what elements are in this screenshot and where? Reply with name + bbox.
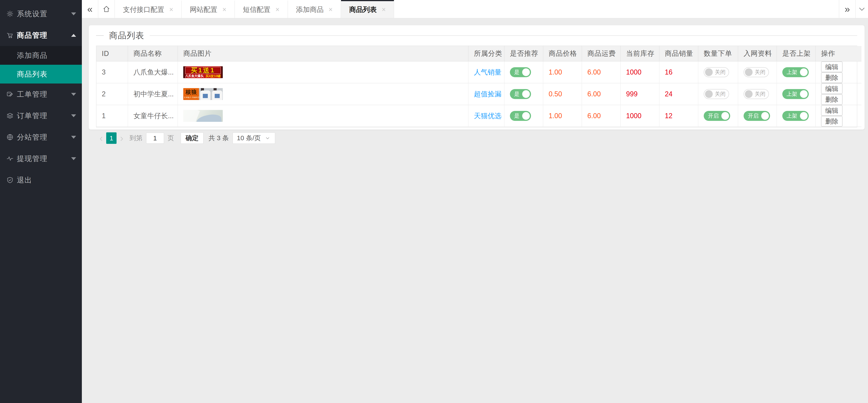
tabs-scroll-left-button[interactable]: « <box>82 0 98 18</box>
column-header-label: ID <box>102 49 109 58</box>
pagination-page-1-button[interactable]: 1 <box>106 132 117 144</box>
title-divider-line <box>150 35 857 36</box>
goto-confirm-button[interactable]: 确定 <box>181 132 204 144</box>
tab-sms-config[interactable]: 短信配置× <box>235 0 288 18</box>
tab-close-icon[interactable]: × <box>169 5 173 13</box>
network-info-toggle[interactable]: 关闭 <box>744 67 769 77</box>
goto-page-input[interactable] <box>146 133 164 144</box>
cell-actions: 编辑删除 <box>815 61 862 83</box>
pulse-icon <box>6 155 14 163</box>
tabs-menu-button[interactable] <box>855 0 868 18</box>
cell-sales: 12 <box>665 112 673 120</box>
pagination-prev-button[interactable]: ‹ <box>96 133 106 143</box>
toggle-knob <box>800 112 808 120</box>
edit-button[interactable]: 编辑 <box>821 105 842 116</box>
column-header: 商品销量 <box>659 46 698 61</box>
toggle-knob <box>522 112 530 120</box>
gear-icon <box>6 9 14 18</box>
quantity-order-toggle[interactable]: 开启 <box>704 111 730 121</box>
delete-button[interactable]: 删除 <box>821 72 842 83</box>
toggle-label: 上架 <box>786 112 797 120</box>
tab-close-icon[interactable]: × <box>329 5 333 13</box>
tab-payment-api-config[interactable]: 支付接口配置× <box>115 0 182 18</box>
tab-product-list[interactable]: 商品列表× <box>341 0 394 18</box>
table-cell: 关闭 <box>738 83 777 105</box>
tab-home[interactable] <box>98 0 115 18</box>
toggle-label: 开启 <box>708 112 719 120</box>
promo-line2a: 八爪鱼大爆头 <box>185 74 204 78</box>
cell-product-image: 买1送1八爪鱼大爆头买4发10罐 <box>178 61 468 83</box>
cell-actions: 编辑删除 <box>815 83 862 105</box>
listed-toggle[interactable]: 上架 <box>782 111 809 121</box>
recommend-toggle[interactable]: 是 <box>510 89 531 99</box>
quantity-order-toggle[interactable]: 关闭 <box>704 67 729 77</box>
pagination-next-button[interactable]: › <box>117 133 127 143</box>
table-cell: 6.00 <box>582 83 621 105</box>
recommend-toggle[interactable]: 是 <box>510 67 531 77</box>
table-cell: 1000 <box>621 61 659 83</box>
tab-label: 支付接口配置 <box>123 5 164 14</box>
sidebar-item-add-product[interactable]: 添加商品 <box>0 46 82 65</box>
edit-button[interactable]: 编辑 <box>821 62 842 72</box>
globe-icon <box>6 133 14 141</box>
tabbar-spacer <box>394 0 839 18</box>
sidebar-item-system-settings[interactable]: 系统设置 <box>0 3 82 25</box>
sidebar-item-label: 提现管理 <box>17 154 71 164</box>
toggle-knob <box>705 90 713 98</box>
table-cell: 关闭 <box>738 61 777 83</box>
page-size-select[interactable]: 10 条/页 <box>232 132 275 144</box>
tabs-scroll-right-button[interactable]: » <box>839 0 855 18</box>
column-header-label: 数量下单 <box>704 49 732 57</box>
table-cell: 八爪鱼大爆... <box>128 61 178 83</box>
sidebar-item-work-order-management[interactable]: 工单管理 <box>0 83 82 105</box>
delete-button[interactable]: 删除 <box>821 94 842 105</box>
table-cell: 16 <box>659 61 698 83</box>
sidebar-item-product-management[interactable]: 商品管理 <box>0 25 82 46</box>
tab-add-product[interactable]: 添加商品× <box>288 0 341 18</box>
column-header: 商品图片 <box>178 46 468 61</box>
tab-close-icon[interactable]: × <box>382 5 386 13</box>
sidebar-item-withdrawal-management[interactable]: 提现管理 <box>0 148 82 169</box>
tab-label: 网站配置 <box>190 5 217 14</box>
chevron-down-icon <box>71 114 76 117</box>
sidebar-item-product-list[interactable]: 商品列表 <box>0 65 82 83</box>
column-header: 是否推荐 <box>504 46 543 61</box>
category-link[interactable]: 超值捡漏 <box>474 90 501 98</box>
sidebar-item-logout[interactable]: 退出 <box>0 169 82 191</box>
table-cell: 开启 <box>698 105 738 127</box>
table-cell: 上架 <box>777 61 815 83</box>
category-link[interactable]: 天猫优选 <box>474 112 501 120</box>
tab-site-config[interactable]: 网站配置× <box>182 0 235 18</box>
edit-button[interactable]: 编辑 <box>821 83 842 94</box>
listed-toggle[interactable]: 上架 <box>782 89 809 99</box>
tab-label: 商品列表 <box>349 5 377 14</box>
chevron-down-icon <box>264 134 272 142</box>
badge-tagline: 女神魅力 风格特异 <box>184 96 200 99</box>
tab-close-icon[interactable]: × <box>222 5 226 13</box>
cell-id: 2 <box>102 90 105 98</box>
category-link[interactable]: 人气销量 <box>474 68 501 76</box>
promo-line2: 八爪鱼大爆头买4发10罐 <box>183 74 223 78</box>
sidebar-item-substation-management[interactable]: 分站管理 <box>0 126 82 148</box>
cell-product-image <box>178 105 468 127</box>
network-info-toggle[interactable]: 开启 <box>744 111 770 121</box>
table-cell: 2 <box>96 83 128 105</box>
network-info-toggle[interactable]: 关闭 <box>744 89 769 99</box>
product-list-panel: 商品列表 ID商品名称商品图片所属分类是否推荐商品价格商品运费 <box>89 25 865 130</box>
quantity-order-toggle[interactable]: 关闭 <box>704 89 729 99</box>
sidebar-item-label: 系统设置 <box>17 9 71 19</box>
table-cell: 是 <box>504 105 543 127</box>
layers-icon <box>6 111 14 120</box>
listed-toggle[interactable]: 上架 <box>782 67 809 77</box>
column-header: 操作 <box>815 46 862 61</box>
toggle-knob <box>745 90 753 98</box>
sidebar-item-order-management[interactable]: 订单管理 <box>0 105 82 126</box>
recommend-toggle[interactable]: 是 <box>510 111 531 121</box>
tab-label: 添加商品 <box>296 5 323 14</box>
table-row: 2初中学生夏...核狼女神魅力 风格特异超值捡漏是0.506.0099924关闭… <box>96 83 862 105</box>
cell-shipping: 6.00 <box>587 90 601 98</box>
tab-close-icon[interactable]: × <box>276 5 279 13</box>
cell-price: 0.50 <box>549 90 562 98</box>
delete-button[interactable]: 删除 <box>821 116 842 127</box>
cell-stock: 1000 <box>626 68 642 76</box>
